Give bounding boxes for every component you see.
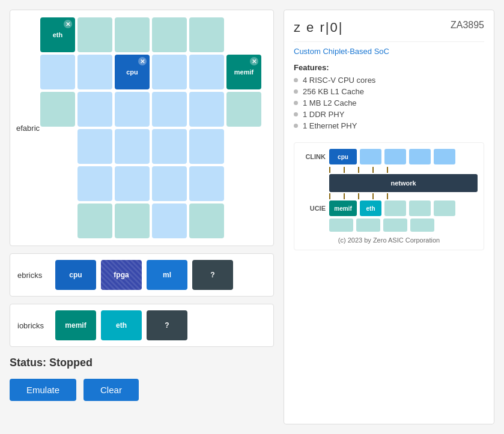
feature-item: 1 MB L2 Cache — [294, 98, 484, 107]
grid-cell-r4c4 — [152, 129, 187, 164]
grid-cell-r5c3 — [115, 166, 150, 201]
diag-bottom-3 — [383, 219, 407, 232]
status-text: Status: Stopped — [10, 357, 93, 369]
grid-cell-r5c6 — [226, 166, 261, 201]
diag-cpu-chip: cpu — [329, 149, 357, 164]
diag-bottom-1 — [329, 219, 353, 232]
close-icon[interactable]: ✕ — [250, 57, 258, 65]
grid-cell-memif[interactable]: ✕ memif — [226, 55, 261, 89]
brick-unknown-ebrick[interactable]: ? — [192, 260, 233, 290]
grid-cell-r4c2 — [77, 129, 112, 164]
chip-diagram: CLINK cpu network — [294, 142, 484, 250]
grid-cell-cpu[interactable]: ✕ cpu — [115, 55, 150, 89]
grid-cell-r2c1 — [40, 55, 75, 89]
iobricks-label: iobricks — [17, 321, 50, 330]
grid-cell-r1c5 — [189, 17, 224, 52]
grid-cell-r1c6 — [226, 17, 261, 52]
brick-cpu[interactable]: cpu — [55, 260, 96, 290]
diag-chip-2 — [384, 149, 406, 164]
grid-cell-r5c1 — [40, 166, 75, 201]
chip-grid: ✕ eth ✕ cpu ✕ memif — [40, 17, 266, 238]
brick-memif[interactable]: memif — [55, 310, 96, 340]
grid-cell-r2c4 — [152, 55, 187, 89]
diag-io-2 — [409, 200, 431, 216]
left-panel: efabric ✕ eth ✕ cpu ✕ memif — [10, 10, 274, 424]
grid-cell-r3c3 — [115, 92, 150, 127]
iobricks-container: iobricks memif eth ? — [10, 304, 274, 347]
grid-cell-r3c6 — [226, 92, 261, 127]
diag-chip-3 — [409, 149, 431, 164]
grid-cell-r1c4 — [152, 17, 187, 52]
ebricks-container: ebricks cpu fpga ml ? — [10, 253, 274, 297]
grid-cell-r4c6 — [226, 129, 261, 164]
chip-subtitle: Custom Chiplet-Based SoC — [294, 47, 484, 56]
status-section: Status: Stopped — [10, 354, 274, 372]
clink-label: CLINK — [300, 153, 326, 160]
grid-cell-r4c5 — [189, 129, 224, 164]
grid-cell-r3c1 — [40, 92, 75, 127]
close-icon[interactable]: ✕ — [64, 20, 72, 28]
grid-cell-r6c6 — [226, 203, 261, 238]
diag-io-3 — [434, 200, 455, 216]
feature-item: 1 Ethernet PHY — [294, 121, 484, 130]
grid-cell-r2c2 — [77, 55, 112, 89]
diag-chip-1 — [360, 149, 381, 164]
bullet-icon — [294, 101, 298, 105]
clear-button[interactable]: Clear — [83, 379, 139, 401]
grid-cell-eth[interactable]: ✕ eth — [40, 17, 75, 52]
right-panel: z e r|0| ZA3895 Custom Chiplet-Based SoC… — [284, 10, 494, 424]
diag-eth-chip: eth — [360, 200, 381, 216]
grid-cell-r6c4 — [152, 203, 187, 238]
chip-title: z e r|0| — [294, 20, 343, 35]
grid-cell-r6c2 — [77, 203, 112, 238]
grid-cell-r3c4 — [152, 92, 187, 127]
grid-cell-r5c2 — [77, 166, 112, 201]
grid-cell-r6c5 — [189, 203, 224, 238]
clink-row: CLINK cpu — [300, 149, 478, 164]
chip-header: z e r|0| ZA3895 — [294, 20, 484, 42]
efabric-label: efabric — [16, 124, 40, 133]
brick-unknown-iobrick[interactable]: ? — [147, 310, 187, 340]
diag-memif-chip: memif — [329, 200, 357, 216]
brick-fpga[interactable]: fpga — [101, 260, 142, 290]
grid-cell-r3c5 — [189, 92, 224, 127]
feature-item: 256 KB L1 Cache — [294, 87, 484, 96]
features-section: Features: 4 RISC-V CPU cores 256 KB L1 C… — [294, 63, 484, 133]
bullet-icon — [294, 124, 298, 128]
features-title: Features: — [294, 63, 484, 72]
spacer2 — [300, 219, 329, 232]
bullet-icon — [294, 112, 298, 116]
grid-cell-r6c3 — [115, 203, 150, 238]
buttons-section: Emulate Clear — [10, 379, 274, 401]
grid-cell-r4c3 — [115, 129, 150, 164]
ucie-chips: memif eth — [329, 200, 455, 216]
grid-cell-r5c4 — [152, 166, 187, 201]
ucie-label: UCIE — [300, 205, 326, 212]
network-bar: network — [329, 174, 478, 192]
ucie-row: UCIE memif eth — [300, 200, 478, 216]
emulate-button[interactable]: Emulate — [10, 379, 76, 401]
copyright-text: (c) 2023 by Zero ASIC Corporation — [300, 237, 478, 244]
ebricks-label: ebricks — [17, 271, 50, 280]
grid-container: efabric ✕ eth ✕ cpu ✕ memif — [10, 10, 274, 246]
feature-item: 4 RISC-V CPU cores — [294, 76, 484, 85]
chip-id: ZA3895 — [451, 20, 484, 31]
bullet-icon — [294, 89, 298, 94]
brick-eth[interactable]: eth — [101, 310, 142, 340]
brick-ml[interactable]: ml — [147, 260, 187, 290]
grid-cell-r1c3 — [115, 17, 150, 52]
grid-cell-r1c2 — [77, 17, 112, 52]
grid-cell-r3c2 — [77, 92, 112, 127]
grid-cell-r6c1 — [40, 203, 75, 238]
grid-cell-r2c5 — [189, 55, 224, 89]
feature-item: 1 DDR PHY — [294, 110, 484, 119]
bullet-icon — [294, 78, 298, 82]
diag-io-1 — [384, 200, 406, 216]
diag-chip-4 — [434, 149, 455, 164]
grid-cell-r4c1 — [40, 129, 75, 164]
diag-bottom-4 — [410, 219, 434, 232]
grid-cell-r5c5 — [189, 166, 224, 201]
close-icon[interactable]: ✕ — [138, 57, 147, 65]
diag-bottom-2 — [356, 219, 380, 232]
clink-chips: cpu — [329, 149, 455, 164]
